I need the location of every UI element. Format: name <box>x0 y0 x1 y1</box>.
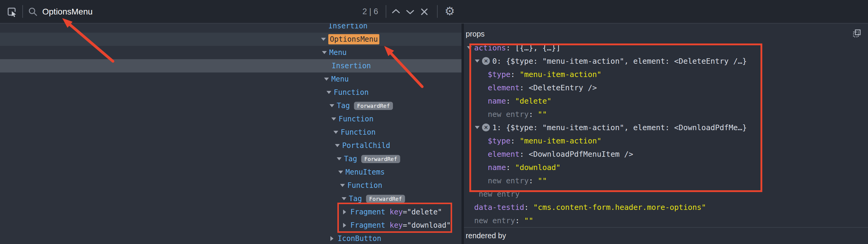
copy-icon[interactable] <box>852 29 861 38</box>
tree-row[interactable]: Function <box>0 126 462 139</box>
text-segment: : <box>520 83 529 92</box>
expander-triangle <box>342 197 346 200</box>
chevron-down-icon[interactable] <box>337 157 344 160</box>
prop-row[interactable]: new entry: "" <box>464 108 868 121</box>
panel-divider[interactable] <box>462 0 464 244</box>
prop-row[interactable]: new entry: "" <box>464 214 868 227</box>
inspect-element-icon[interactable] <box>7 7 18 18</box>
prop-row[interactable]: name: "delete" <box>464 94 868 108</box>
expander-triangle <box>331 236 334 241</box>
tree-row[interactable]: IconButton <box>0 232 462 244</box>
chevron-down-icon[interactable] <box>331 118 339 121</box>
chevron-right-icon[interactable] <box>343 210 350 214</box>
chevron-down-icon[interactable] <box>321 38 328 41</box>
tree-row[interactable]: TagForwardRef <box>0 99 462 112</box>
tree-row[interactable]: OptionsMenu <box>0 33 462 46</box>
tree-row[interactable]: Insertion <box>0 59 462 72</box>
expander-triangle <box>334 131 338 134</box>
expander-triangle <box>327 91 331 94</box>
text-segment: : <box>524 203 533 212</box>
chevron-down-icon[interactable] <box>342 197 349 200</box>
prop-row[interactable]: ✕0: {$type: "menu-item-action", element:… <box>464 54 868 68</box>
prop-row[interactable]: $type: "menu-item-action" <box>464 134 868 147</box>
text-segment: Insertion <box>332 62 371 70</box>
text-segment: Fragment <box>350 221 385 230</box>
remove-entry-icon[interactable]: ✕ <box>482 57 490 65</box>
chevron-right-icon[interactable] <box>343 223 350 228</box>
expander-triangle <box>467 46 472 49</box>
chevron-down-icon[interactable] <box>475 60 482 62</box>
prop-row[interactable]: element: <DeleteEntry /> <box>464 81 868 94</box>
text-segment: "" <box>538 110 547 119</box>
search-icon <box>28 7 38 17</box>
text-segment: 1: <box>492 123 506 132</box>
text-segment: : <box>510 136 520 145</box>
prop-row[interactable]: ✕1: {$type: "menu-item-action", element:… <box>464 121 868 134</box>
tree-row[interactable]: Menu <box>0 46 462 59</box>
tree-row[interactable]: Function <box>0 179 462 192</box>
chevron-down-icon[interactable] <box>324 78 331 81</box>
props-section-label: props <box>466 28 485 40</box>
text-segment: 0: <box>492 57 506 65</box>
text-segment: data-testid <box>474 203 524 212</box>
chevron-down-icon[interactable] <box>475 126 482 129</box>
prop-row[interactable]: data-testid: "cms.content-form.header.mo… <box>464 201 868 214</box>
text-segment: : <box>506 163 515 172</box>
toolbar-divider <box>437 5 438 18</box>
tree-row[interactable]: MenuItems <box>0 165 462 179</box>
tree-row[interactable]: PortalChild <box>0 139 462 152</box>
text-segment: Insertion <box>328 24 368 30</box>
text-segment: Tag <box>349 194 362 203</box>
next-match-icon[interactable] <box>406 9 415 15</box>
tree-row[interactable]: Fragment key="delete" <box>0 205 462 219</box>
text-segment: : <box>510 70 520 79</box>
prop-row[interactable]: element: <DownloadPdfMenuItem /> <box>464 147 868 161</box>
text-segment: Function <box>339 115 374 123</box>
prev-match-icon[interactable] <box>392 8 401 14</box>
text-segment: new entry <box>488 110 529 119</box>
forwardref-badge: ForwardRef <box>354 102 393 110</box>
text-segment: actions <box>474 43 506 52</box>
text-segment: : <box>529 176 537 185</box>
chevron-down-icon[interactable] <box>322 51 329 54</box>
text-segment: key <box>390 208 403 216</box>
text-segment: key <box>390 221 403 230</box>
chevron-right-icon[interactable] <box>331 236 338 241</box>
text-segment: $type <box>488 70 510 79</box>
tree-row[interactable]: Insertion <box>0 24 462 33</box>
tree-row[interactable]: Menu <box>0 72 462 86</box>
chevron-down-icon[interactable] <box>338 171 345 174</box>
tree-row[interactable]: Function <box>0 86 462 99</box>
tree-row[interactable]: Fragment key="download" <box>0 219 462 232</box>
text-segment: element <box>488 150 520 158</box>
text-segment: IconButton <box>338 234 381 243</box>
tree-row[interactable]: Function <box>0 112 462 126</box>
text-segment: Function <box>347 181 382 190</box>
tree-row[interactable]: TagForwardRef <box>0 152 462 165</box>
chevron-down-icon[interactable] <box>334 131 341 134</box>
text-segment: Fragment <box>350 208 385 216</box>
text-segment <box>385 221 390 230</box>
prop-row[interactable]: new entry: "" <box>464 174 868 187</box>
text-segment: new entry <box>479 190 520 199</box>
tree-row[interactable]: TagForwardRef <box>0 192 462 205</box>
settings-gear-icon[interactable]: ⚙ <box>443 0 457 23</box>
clear-search-icon[interactable] <box>421 8 428 16</box>
text-segment: : <box>515 216 524 225</box>
text-segment: "menu-item-action" <box>520 136 601 145</box>
prop-row[interactable]: $type: "menu-item-action" <box>464 68 868 81</box>
chevron-down-icon[interactable] <box>330 104 337 107</box>
prop-row[interactable]: name: "download" <box>464 161 868 174</box>
prop-row[interactable]: new entry <box>464 187 868 201</box>
text-segment: name <box>488 163 506 172</box>
remove-entry-icon[interactable]: ✕ <box>482 123 490 131</box>
chevron-down-icon[interactable] <box>467 46 474 49</box>
search-input[interactable] <box>42 4 303 19</box>
expander-triangle <box>324 78 329 81</box>
prop-row[interactable]: actions: [{…}, {…}] <box>464 41 868 54</box>
chevron-down-icon[interactable] <box>335 144 342 147</box>
chevron-down-icon[interactable] <box>340 184 347 187</box>
toolbar-divider <box>22 5 23 18</box>
chevron-down-icon[interactable] <box>327 91 334 94</box>
expander-triangle <box>321 38 326 41</box>
